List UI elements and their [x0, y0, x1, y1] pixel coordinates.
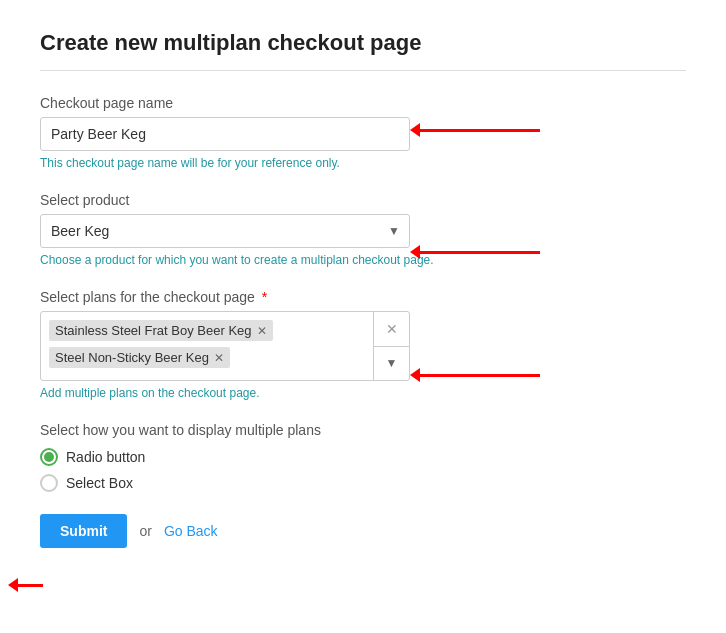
checkout-name-input[interactable]	[40, 117, 410, 151]
arrowhead-4	[8, 578, 18, 592]
tag-stainless-steel: Stainless Steel Frat Boy Beer Keg ✕	[49, 320, 273, 341]
plans-multiselect[interactable]: Stainless Steel Frat Boy Beer Keg ✕ Stee…	[40, 311, 410, 381]
display-label: Select how you want to display multiple …	[40, 422, 686, 438]
arrow-line-4	[18, 584, 43, 587]
radio-option-select-box[interactable]: Select Box	[40, 474, 686, 492]
radio-button-radio[interactable]	[40, 448, 58, 466]
plans-hint: Add multiple plans on the checkout page.	[40, 386, 686, 400]
checkout-name-label: Checkout page name	[40, 95, 686, 111]
or-text: or	[139, 523, 151, 539]
tag-label: Stainless Steel Frat Boy Beer Keg	[55, 323, 252, 338]
arrowhead-2	[410, 245, 420, 259]
submit-button[interactable]: Submit	[40, 514, 127, 548]
dropdown-toggle-button[interactable]: ▼	[374, 347, 409, 381]
product-select[interactable]: Beer Keg	[40, 214, 410, 248]
required-asterisk: *	[262, 289, 267, 305]
arrowhead-1	[410, 123, 420, 137]
radio-button-select-box[interactable]	[40, 474, 58, 492]
product-label: Select product	[40, 192, 686, 208]
tag-label: Steel Non-Sticky Beer Keg	[55, 350, 209, 365]
arrow-line-1	[420, 129, 540, 132]
arrow-line-3	[420, 374, 540, 377]
go-back-link[interactable]: Go Back	[164, 523, 218, 539]
product-hint: Choose a product for which you want to c…	[40, 253, 686, 267]
arrow-line-2	[420, 251, 540, 254]
checkout-name-section: Checkout page name This checkout page na…	[40, 95, 686, 170]
clear-all-button[interactable]: ✕	[374, 312, 409, 347]
arrowhead-3	[410, 368, 420, 382]
arrow-3	[410, 368, 540, 382]
plans-section: Select plans for the checkout page * Sta…	[40, 289, 686, 400]
plans-label: Select plans for the checkout page *	[40, 289, 686, 305]
arrow-4	[8, 578, 43, 592]
product-select-wrapper: Beer Keg ▼	[40, 214, 410, 248]
divider	[40, 70, 686, 71]
tags-area: Stainless Steel Frat Boy Beer Keg ✕ Stee…	[49, 320, 401, 368]
tag-remove-stainless[interactable]: ✕	[257, 325, 267, 337]
tag-remove-steel[interactable]: ✕	[214, 352, 224, 364]
radio-label-select-box: Select Box	[66, 475, 133, 491]
radio-label-radio-button: Radio button	[66, 449, 145, 465]
radio-option-radio-button[interactable]: Radio button	[40, 448, 686, 466]
arrow-2	[410, 245, 540, 259]
arrow-1	[410, 123, 540, 137]
page-title: Create new multiplan checkout page	[40, 30, 686, 56]
product-section: Select product Beer Keg ▼ Choose a produ…	[40, 192, 686, 267]
display-section: Select how you want to display multiple …	[40, 422, 686, 492]
submit-area: Submit or Go Back	[40, 514, 686, 548]
checkout-name-hint: This checkout page name will be for your…	[40, 156, 686, 170]
tag-steel-non-sticky: Steel Non-Sticky Beer Keg ✕	[49, 347, 230, 368]
multiselect-controls: ✕ ▼	[373, 312, 409, 380]
